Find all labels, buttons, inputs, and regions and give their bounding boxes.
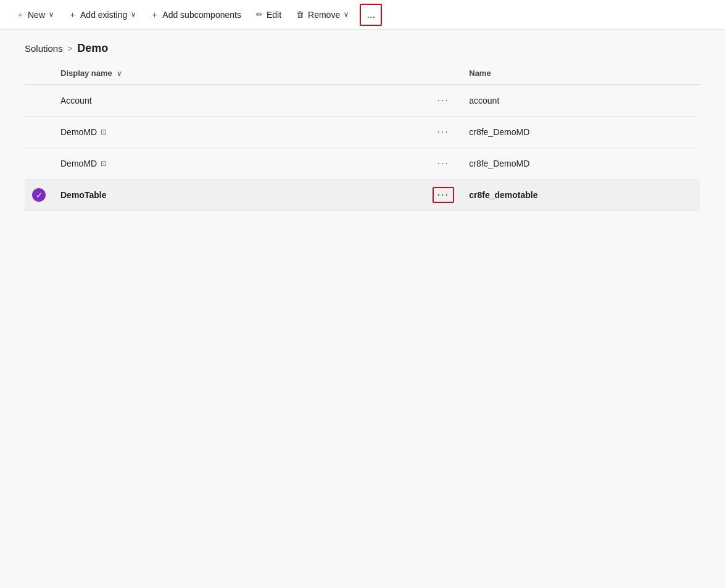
row-system-name-cell: cr8fe_demotable [462, 180, 700, 211]
row-display-name[interactable]: DemoMD ⊡ [60, 159, 417, 168]
add-existing-chevron-icon: ∨ [131, 10, 136, 19]
row-more-button[interactable]: ··· [433, 155, 454, 172]
edit-label: Edit [267, 10, 281, 20]
row-selected-check: ✓ [32, 188, 46, 202]
breadcrumb-solutions-link[interactable]: Solutions [25, 43, 63, 54]
row-display-name[interactable]: DemoMD ⊡ [60, 127, 417, 137]
col-name: Name [462, 62, 700, 85]
remove-button[interactable]: 🗑 Remove ∨ [290, 6, 355, 23]
row-check-cell [25, 117, 53, 148]
row-system-name-cell: cr8fe_DemoMD [462, 148, 700, 180]
remove-trash-icon: 🗑 [296, 10, 304, 19]
add-existing-button[interactable]: ＋ Add existing ∨ [62, 6, 142, 24]
external-link-icon: ⊡ [101, 128, 107, 136]
table-row[interactable]: DemoMD ⊡···cr8fe_DemoMD [25, 117, 700, 148]
new-button[interactable]: ＋ New ∨ [10, 6, 60, 24]
col-display-name-label: Display name [60, 68, 112, 78]
row-dots-cell[interactable]: ··· [425, 180, 462, 211]
toolbar: ＋ New ∨ ＋ Add existing ∨ ＋ Add subcompon… [0, 0, 725, 30]
col-dots-header [425, 62, 462, 85]
row-dots-cell[interactable]: ··· [425, 148, 462, 180]
row-display-name[interactable]: Account [60, 96, 417, 106]
add-subcomponents-label: Add subcomponents [162, 10, 241, 20]
edit-pencil-icon: ✏ [256, 10, 263, 19]
external-link-icon: ⊡ [101, 159, 107, 168]
row-display-name-cell[interactable]: Account [53, 85, 425, 117]
row-check-cell [25, 148, 53, 180]
table-row[interactable]: DemoMD ⊡···cr8fe_DemoMD [25, 148, 700, 180]
breadcrumb-separator: > [68, 44, 73, 53]
row-display-name-cell[interactable]: DemoMD ⊡ [53, 148, 425, 180]
more-dots: ... [367, 9, 375, 20]
main-content: Display name ∨ Name Account···accountDem… [0, 62, 725, 211]
row-dots-cell[interactable]: ··· [425, 85, 462, 117]
plus-icon: ＋ [16, 9, 24, 20]
row-more-button[interactable]: ··· [433, 93, 454, 109]
breadcrumb-current: Demo [77, 42, 108, 55]
col-display-name[interactable]: Display name ∨ [53, 62, 425, 85]
remove-label: Remove [308, 10, 340, 20]
table-row[interactable]: Account···account [25, 85, 700, 117]
sort-icon: ∨ [117, 70, 122, 77]
row-display-name[interactable]: DemoTable [60, 190, 417, 200]
breadcrumb: Solutions > Demo [0, 30, 725, 62]
new-chevron-icon: ∨ [49, 10, 54, 19]
row-check-cell [25, 85, 53, 117]
add-subcomponents-button[interactable]: ＋ Add subcomponents [144, 6, 247, 24]
add-existing-label: Add existing [80, 10, 127, 20]
add-subcomp-plus-icon: ＋ [151, 9, 159, 20]
remove-chevron-icon: ∨ [344, 10, 349, 19]
solutions-table: Display name ∨ Name Account···accountDem… [25, 62, 700, 211]
row-display-name-cell[interactable]: DemoMD ⊡ [53, 117, 425, 148]
row-system-name-cell: account [462, 85, 700, 117]
add-existing-plus-icon: ＋ [68, 9, 77, 20]
row-display-name-cell[interactable]: DemoTable [53, 180, 425, 211]
row-dots-cell[interactable]: ··· [425, 117, 462, 148]
row-more-button[interactable]: ··· [433, 124, 454, 140]
edit-button[interactable]: ✏ Edit [250, 6, 288, 23]
new-label: New [28, 10, 45, 20]
row-system-name-cell: cr8fe_DemoMD [462, 117, 700, 148]
row-check-cell: ✓ [25, 180, 53, 211]
row-more-button[interactable]: ··· [433, 187, 454, 203]
more-button[interactable]: ... [360, 4, 382, 26]
col-check [25, 62, 53, 85]
table-row[interactable]: ✓DemoTable···cr8fe_demotable [25, 180, 700, 211]
